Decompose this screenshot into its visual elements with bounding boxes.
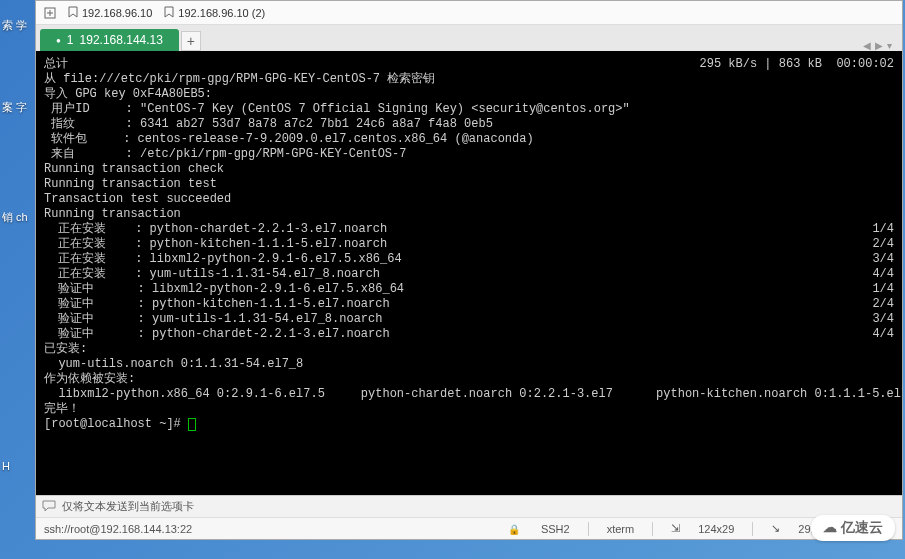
lock-icon	[508, 523, 523, 535]
bg-hint: H	[2, 460, 10, 472]
bookmark-prev-icon[interactable]	[44, 7, 56, 19]
session-tab-active[interactable]: ● 1 192.168.144.13	[40, 29, 179, 51]
terminal-line: 验证中 : python-chardet-2.2.1-3.el7.noarch4…	[44, 327, 894, 342]
terminal-line: 验证中 : python-kitchen-1.1.1-5.el7.noarch2…	[44, 297, 894, 312]
new-tab-button[interactable]: +	[181, 31, 201, 51]
cursor	[188, 418, 196, 431]
terminal-line: 正在安装 : python-chardet-2.2.1-3.el7.noarch…	[44, 222, 894, 237]
terminal-line: 验证中 : yum-utils-1.1.31-54.el7_8.noarch3/…	[44, 312, 894, 327]
terminal-line: 正在安装 : python-kitchen-1.1.1-5.el7.noarch…	[44, 237, 894, 252]
terminal-line: 已安装:	[44, 342, 894, 357]
terminal-line: Running transaction	[44, 207, 894, 222]
terminal-line: 完毕！	[44, 402, 894, 417]
status-address: ssh://root@192.168.144.13:22	[44, 523, 192, 535]
terminal-line: Transaction test succeeded	[44, 192, 894, 207]
terminal[interactable]: 总计295 kB/s | 863 kB 00:00:02从 file:///et…	[36, 51, 902, 495]
bookmark-label: 192.168.96.10 (2)	[178, 7, 265, 19]
terminal-line: 从 file:///etc/pki/rpm-gpg/RPM-GPG-KEY-Ce…	[44, 72, 894, 87]
tabs-prev-icon[interactable]: ◀	[863, 40, 871, 51]
terminal-line: 用户ID : "CentOS-7 Key (CentOS 7 Official …	[44, 102, 894, 117]
status-term: xterm	[607, 523, 635, 535]
terminal-prompt[interactable]: [root@localhost ~]#	[44, 417, 894, 432]
status-size: 124x29	[698, 523, 734, 535]
tab-index: 1	[67, 33, 74, 47]
terminal-line: 来自 : /etc/pki/rpm-gpg/RPM-GPG-KEY-CentOS…	[44, 147, 894, 162]
speech-bubble-icon	[42, 500, 56, 514]
input-hint-bar: 仅将文本发送到当前选项卡	[36, 495, 902, 517]
status-ssh: SSH2	[541, 523, 570, 535]
tab-status-icon: ●	[56, 36, 61, 45]
resize-icon: ⇲	[671, 522, 680, 535]
main-window: 192.168.96.10 192.168.96.10 (2) ● 1 192.…	[35, 0, 903, 540]
tabs-menu-icon[interactable]: ▾	[887, 40, 892, 51]
terminal-line: 正在安装 : yum-utils-1.1.31-54.el7_8.noarch4…	[44, 267, 894, 282]
terminal-line: 导入 GPG key 0xF4A80EB5:	[44, 87, 894, 102]
cursor-icon: ↘	[771, 522, 780, 535]
bookmark-item-0[interactable]: 192.168.96.10	[68, 6, 152, 20]
input-hint-text: 仅将文本发送到当前选项卡	[62, 499, 194, 514]
terminal-line: Running transaction check	[44, 162, 894, 177]
terminal-line: 软件包 : centos-release-7-9.2009.0.el7.cent…	[44, 132, 894, 147]
terminal-line: libxml2-python.x86_64 0:2.9.1-6.el7.5 py…	[44, 387, 894, 402]
bookmark-icon	[68, 6, 78, 20]
bookmark-icon	[164, 6, 174, 20]
terminal-line: Running transaction test	[44, 177, 894, 192]
terminal-line: 作为依赖被安装:	[44, 372, 894, 387]
bg-hint: 索 学	[2, 18, 27, 33]
bg-hint: 销 ch	[2, 210, 28, 225]
bookmark-item-1[interactable]: 192.168.96.10 (2)	[164, 6, 265, 20]
cloud-icon: ☁	[823, 519, 837, 535]
terminal-line: 验证中 : libxml2-python-2.9.1-6.el7.5.x86_6…	[44, 282, 894, 297]
watermark-text: 亿速云	[841, 519, 883, 535]
terminal-line: 指纹 : 6341 ab27 53d7 8a78 a7c2 7bb1 24c6 …	[44, 117, 894, 132]
terminal-line: yum-utils.noarch 0:1.1.31-54.el7_8	[44, 357, 894, 372]
tab-label: 192.168.144.13	[80, 33, 163, 47]
watermark: ☁ 亿速云	[811, 515, 895, 541]
terminal-line: 正在安装 : libxml2-python-2.9.1-6.el7.5.x86_…	[44, 252, 894, 267]
bookmark-label: 192.168.96.10	[82, 7, 152, 19]
terminal-line: 总计295 kB/s | 863 kB 00:00:02	[44, 57, 894, 72]
bg-hint: 案 字	[2, 100, 27, 115]
status-bar: ssh://root@192.168.144.13:22 SSH2 xterm …	[36, 517, 902, 539]
bookmarks-bar: 192.168.96.10 192.168.96.10 (2)	[36, 1, 902, 25]
tabs-next-icon[interactable]: ▶	[875, 40, 883, 51]
session-tabs: ● 1 192.168.144.13 + ◀ ▶ ▾	[36, 25, 902, 51]
